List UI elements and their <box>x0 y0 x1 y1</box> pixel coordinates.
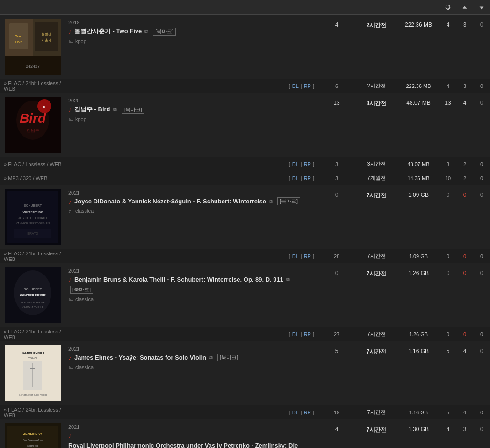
album-title[interactable]: James Ehnes - Ysaÿe: Sonatas for Solo Vi… <box>74 354 206 361</box>
album-row: JAMES EHNES YSAŸE Sonatas for Solo Violi… <box>0 341 490 405</box>
svg-text:JAMES EHNES: JAMES EHNES <box>21 352 45 355</box>
album-info: 2021 ♪ Benjamin Bruns & Karola Theill - … <box>65 263 318 307</box>
album-rp: 0 <box>456 263 473 283</box>
album-row: Bird 김남주 B 2020 ♪ 김남주 - Bird ⧉ [북마크] 🏷 k… <box>0 93 490 157</box>
sub-files: 4 <box>440 83 456 89</box>
sub-count: 3 <box>318 161 355 167</box>
album-files: 4 <box>318 15 355 35</box>
album-zero: 0 <box>473 341 490 361</box>
rp-link[interactable]: RP <box>304 83 311 89</box>
sub-row: » FLAC / 24bit Lossless / WEB [ DL | RP … <box>0 79 490 93</box>
sub-row: » FLAC / 24bit Lossless / WEB [ DL | RP … <box>0 405 490 419</box>
svg-text:Two: Two <box>15 34 22 38</box>
tag-label[interactable]: kpop <box>75 38 86 44</box>
tag-label[interactable]: kpop <box>75 116 86 122</box>
sub-time: 7시간전 <box>355 331 397 338</box>
svg-text:사춘기: 사춘기 <box>42 38 51 42</box>
tag-label[interactable]: classical <box>75 296 95 302</box>
sub-rp: 0 <box>456 253 473 259</box>
rp-link[interactable]: RP <box>304 175 311 181</box>
album-title[interactable]: Royal Liverpool Philharmonic Orchestra u… <box>68 442 315 448</box>
album-time: 7시간전 <box>355 341 397 362</box>
refresh-icon[interactable] <box>440 4 456 11</box>
album-info: 2021 ♪ Joyce DiDonato & Yannick Nézet-Sé… <box>65 185 318 218</box>
sub-zero: 0 <box>473 332 490 337</box>
bookmark-tag[interactable]: [북마크] <box>277 197 300 205</box>
album-zero: 0 <box>473 263 490 283</box>
album-title-row: ♪ Benjamin Bruns & Karola Theill - F. Sc… <box>68 275 315 294</box>
svg-text:볼빨간: 볼빨간 <box>42 32 51 36</box>
dl-link[interactable]: DL <box>292 175 299 181</box>
album-col1: 4 <box>440 15 456 35</box>
copy-icon[interactable]: ⧉ <box>286 276 290 282</box>
sub-time: 7시간전 <box>355 253 397 260</box>
svg-text:B: B <box>43 105 45 109</box>
music-icon: ♪ <box>68 432 72 439</box>
sub-zero: 0 <box>473 175 490 181</box>
album-row: ZEMLINSKY Die Seejungfrau Schreker Royal… <box>0 419 490 448</box>
album-col1: 13 <box>440 93 456 113</box>
rp-link[interactable]: RP <box>304 161 311 167</box>
rp-link[interactable]: RP <box>304 410 311 415</box>
bookmark-tag[interactable]: [북마크] <box>70 286 93 294</box>
sub-format: » FLAC / 24bit Lossless / WEB <box>0 251 65 262</box>
dl-link[interactable]: DL <box>292 161 299 167</box>
svg-text:BENJAMIN BRUNS: BENJAMIN BRUNS <box>20 301 45 304</box>
bookmark-tag[interactable]: [북마크] <box>217 354 240 361</box>
album-size: 1.16 GB <box>397 341 440 361</box>
album-year: 2019 <box>68 20 315 25</box>
album-title[interactable]: 김남주 - Bird <box>74 105 110 114</box>
album-time: 7시간전 <box>355 263 397 284</box>
tag-label[interactable]: classical <box>75 364 95 370</box>
album-title-row: ♪ 김남주 - Bird ⧉ [북마크] <box>68 105 315 114</box>
bookmark-tag[interactable]: [북마크] <box>122 106 144 114</box>
dl-link[interactable]: DL <box>292 83 299 89</box>
album-size: 1.09 GB <box>397 185 440 205</box>
music-icon: ♪ <box>68 28 72 35</box>
sub-row: » FLAC / 24bit Lossless / WEB [ DL | RP … <box>0 249 490 263</box>
dl-link[interactable]: DL <box>292 332 299 337</box>
album-files: 0 <box>318 263 355 283</box>
tag-row: 🏷 classical <box>68 296 315 302</box>
tag-label[interactable]: classical <box>75 208 95 214</box>
copy-icon[interactable]: ⧉ <box>209 354 213 361</box>
album-time: 3시간전 <box>355 93 397 114</box>
album-time: 7시간전 <box>355 419 397 441</box>
rp-link[interactable]: RP <box>304 253 311 259</box>
svg-text:ERATO: ERATO <box>27 232 38 235</box>
album-time: 2시간전 <box>355 15 397 36</box>
music-icon: ♪ <box>68 275 72 283</box>
copy-icon[interactable]: ⧉ <box>269 198 273 204</box>
album-size: 1.30 GB <box>397 419 440 439</box>
dl-link[interactable]: DL <box>292 410 299 415</box>
copy-icon[interactable]: ⧉ <box>113 107 117 113</box>
album-row: Two Five 볼빨간 사춘기 242427 2019 ♪ 볼빨간사춘기 - … <box>0 15 490 79</box>
album-year: 2021 <box>68 268 315 274</box>
album-title-row: ♪ 볼빨간사춘기 - Two Five ⧉ [북마크] <box>68 27 315 36</box>
rp-link[interactable]: RP <box>304 332 311 337</box>
sort-up-icon[interactable] <box>456 4 473 11</box>
tag-row: 🏷 classical <box>68 364 315 370</box>
svg-text:YANNICK NÉZET-SÉGUIN: YANNICK NÉZET-SÉGUIN <box>16 222 50 224</box>
album-cover: SCHUBERT Winterreise JOYCE DIDONATO YANN… <box>0 185 65 249</box>
bookmark-tag[interactable]: [북마크] <box>153 28 176 36</box>
album-cover: Two Five 볼빨간 사춘기 242427 <box>0 15 65 79</box>
album-col1: 0 <box>440 263 456 283</box>
copy-icon[interactable]: ⧉ <box>144 29 148 35</box>
album-files: 5 <box>318 341 355 361</box>
sort-down-icon[interactable] <box>473 4 490 11</box>
album-title[interactable]: Benjamin Bruns & Karola Theill - F. Schu… <box>74 276 283 283</box>
album-row: SCHUBERT WINTERREISE BENJAMIN BRUNS KARO… <box>0 263 490 327</box>
sub-format: » FLAC / 24bit Lossless / WEB <box>0 80 65 92</box>
svg-rect-5 <box>35 22 58 51</box>
album-size: 48.07 MB <box>397 93 440 113</box>
sub-zero: 0 <box>473 253 490 259</box>
album-title[interactable]: 볼빨간사춘기 - Two Five <box>74 27 142 36</box>
album-time: 7시간전 <box>355 185 397 206</box>
tag-icon: 🏷 <box>68 116 73 122</box>
album-title[interactable]: Joyce DiDonato & Yannick Nézet-Séguin - … <box>74 198 266 205</box>
album-files: 13 <box>318 93 355 113</box>
dl-link[interactable]: DL <box>292 253 299 259</box>
album-row: SCHUBERT Winterreise JOYCE DIDONATO YANN… <box>0 185 490 249</box>
album-rp: 0 <box>456 185 473 205</box>
